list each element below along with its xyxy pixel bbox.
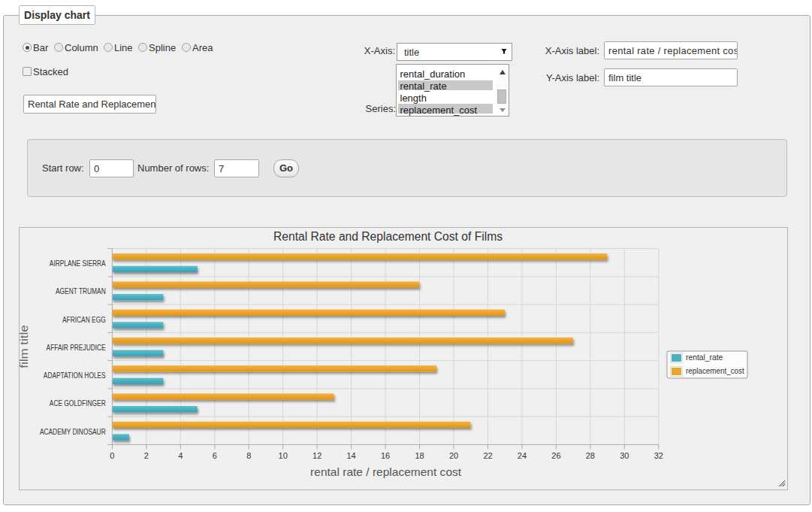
svg-text:32: 32 bbox=[654, 451, 663, 460]
svg-text:ACE GOLDFINGER: ACE GOLDFINGER bbox=[50, 399, 106, 407]
svg-text:24: 24 bbox=[518, 451, 527, 460]
svg-text:AFRICAN EGG: AFRICAN EGG bbox=[62, 316, 106, 324]
svg-text:30: 30 bbox=[620, 451, 629, 460]
svg-text:22: 22 bbox=[483, 451, 492, 460]
svg-text:ADAPTATION HOLES: ADAPTATION HOLES bbox=[44, 371, 106, 380]
svg-text:0: 0 bbox=[110, 451, 114, 460]
svg-text:28: 28 bbox=[586, 451, 595, 460]
svg-text:replacement_cost: replacement_cost bbox=[686, 366, 744, 375]
svg-text:12: 12 bbox=[312, 451, 321, 460]
svg-text:16: 16 bbox=[381, 451, 390, 460]
svg-text:2: 2 bbox=[144, 451, 149, 460]
svg-text:AIRPLANE SIERRA: AIRPLANE SIERRA bbox=[50, 259, 106, 268]
svg-text:10: 10 bbox=[279, 451, 288, 460]
svg-text:14: 14 bbox=[346, 451, 355, 460]
svg-text:4: 4 bbox=[178, 451, 183, 460]
svg-text:26: 26 bbox=[551, 451, 560, 460]
svg-text:Rental Rate and Replacement Co: Rental Rate and Replacement Cost of Film… bbox=[273, 230, 503, 243]
svg-text:8: 8 bbox=[246, 451, 251, 460]
svg-text:AFFAIR PREJUDICE: AFFAIR PREJUDICE bbox=[47, 344, 106, 352]
svg-text:6: 6 bbox=[213, 451, 217, 460]
svg-text:film title: film title bbox=[20, 325, 30, 368]
svg-text:rental_rate: rental_rate bbox=[686, 353, 723, 362]
svg-text:20: 20 bbox=[449, 451, 458, 460]
svg-text:ACADEMY DINOSAUR: ACADEMY DINOSAUR bbox=[40, 428, 106, 436]
svg-text:rental rate / replacement cost: rental rate / replacement cost bbox=[310, 465, 462, 478]
svg-text:AGENT TRUMAN: AGENT TRUMAN bbox=[56, 287, 106, 295]
svg-text:18: 18 bbox=[415, 451, 424, 460]
